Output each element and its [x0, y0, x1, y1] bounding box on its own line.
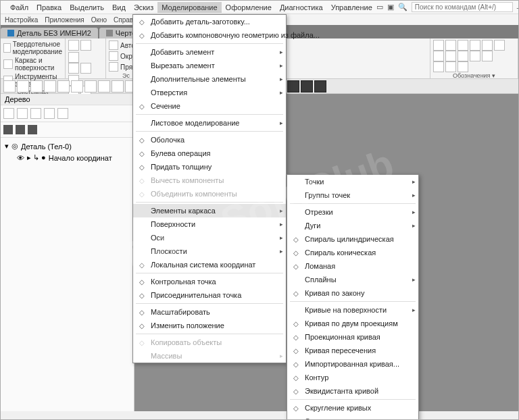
- toolbar-icon[interactable]: [445, 61, 456, 72]
- modeling-menu-item[interactable]: ◇Масштабировать: [133, 305, 286, 319]
- toolbar-icon[interactable]: [482, 40, 493, 51]
- frame-submenu-item[interactable]: ◇Контур: [287, 371, 418, 384]
- frame-submenu-item[interactable]: ◇Соединение кривых: [287, 415, 418, 420]
- toolbar-icon[interactable]: [482, 51, 493, 61]
- modeling-menu-item[interactable]: Отверстия: [133, 86, 286, 99]
- toolbar-button[interactable]: [112, 80, 124, 93]
- menu-вид[interactable]: Вид: [108, 2, 130, 13]
- toolbar-button[interactable]: [30, 80, 43, 93]
- modeling-menu-item[interactable]: ◇Булева операция: [133, 147, 286, 160]
- modeling-menu-item[interactable]: ◇Оболочка: [133, 133, 286, 147]
- command-search-input[interactable]: [412, 2, 513, 12]
- toolbar-button[interactable]: [44, 80, 56, 93]
- submenu-item[interactable]: Настройка: [5, 16, 38, 24]
- tree-toolbar-icon[interactable]: [30, 108, 41, 119]
- modeling-menu-item[interactable]: Элементы каркаса: [133, 204, 286, 217]
- toolbar-button[interactable]: [314, 80, 326, 93]
- toolbar-button[interactable]: [301, 80, 313, 93]
- submenu-item[interactable]: Справ: [114, 16, 133, 24]
- toolbar-icon[interactable]: [494, 40, 505, 51]
- menu-файл[interactable]: Файл: [6, 2, 32, 13]
- modeling-menu-item[interactable]: ◇Добавить компоновочную геометрию из фай…: [133, 28, 286, 42]
- frame-submenu-item[interactable]: ◇Скругление кривых: [287, 401, 418, 415]
- modeling-menu-item[interactable]: Дополнительные элементы: [133, 72, 286, 86]
- filter-icon[interactable]: [3, 125, 13, 134]
- toolbar-icon[interactable]: [458, 40, 468, 51]
- toolbar-icon[interactable]: [445, 51, 456, 61]
- toolbar-icon[interactable]: [80, 40, 91, 51]
- tree-toolbar-icon[interactable]: [57, 108, 68, 119]
- toolbar-icon[interactable]: [470, 51, 480, 61]
- toolbar-icon[interactable]: [458, 61, 468, 72]
- modeling-menu-item[interactable]: ◇Изменить положение: [133, 319, 286, 332]
- filter-icon[interactable]: [28, 125, 37, 134]
- modeling-menu-item[interactable]: Плоскости: [133, 244, 286, 258]
- modeling-menu-item[interactable]: ◇Сечение: [133, 99, 286, 113]
- menu-оформление[interactable]: Оформление: [222, 2, 276, 13]
- frame-submenu-item[interactable]: ◇Спираль коническая: [287, 246, 418, 259]
- toolbar-icon[interactable]: [68, 52, 79, 63]
- frame-submenu-item[interactable]: ◇Спираль цилиндрическая: [287, 232, 418, 246]
- menu-выделить[interactable]: Выделить: [66, 2, 108, 13]
- tree-toolbar-icon[interactable]: [17, 108, 28, 119]
- layout-icon[interactable]: ▭: [376, 3, 383, 11]
- frame-submenu-item[interactable]: ◇Кривая по закону: [287, 286, 418, 300]
- frame-submenu-item[interactable]: ◇Импортированная кривая...: [287, 357, 418, 371]
- frame-submenu-item[interactable]: ◇Проекционная кривая: [287, 330, 418, 344]
- modeling-menu-item[interactable]: Добавить элемент: [133, 45, 286, 59]
- frame-submenu-item[interactable]: Дуги: [287, 219, 418, 232]
- menu-диагностика[interactable]: Диагностика: [276, 2, 327, 13]
- toolbar-icon[interactable]: [433, 40, 444, 51]
- toolbar-icon[interactable]: [433, 51, 444, 61]
- frame-submenu-item[interactable]: Отрезки: [287, 205, 418, 219]
- frame-submenu-item[interactable]: ◇Ломаная: [287, 259, 418, 273]
- menu-управление[interactable]: Управление: [327, 2, 376, 13]
- toolbar-icon[interactable]: [68, 40, 79, 51]
- tree-toolbar-icon[interactable]: [3, 108, 14, 119]
- menu-моделирование[interactable]: Моделирование: [157, 2, 221, 13]
- frame-submenu-item[interactable]: Сплайны: [287, 273, 418, 286]
- toolbar-icon[interactable]: [433, 61, 444, 72]
- ribbon-solid-modeling[interactable]: Твердотельноемоделирование: [3, 40, 62, 56]
- toolbar-icon[interactable]: [470, 40, 480, 51]
- modeling-menu-item[interactable]: ◇Контрольная точка: [133, 275, 286, 288]
- tree-child-item[interactable]: 👁 ▸ ↳ ● Начало координат: [5, 152, 130, 163]
- toolbar-icon[interactable]: [80, 63, 91, 74]
- filter-icon[interactable]: [16, 125, 25, 134]
- frame-submenu-item[interactable]: Кривые на поверхности: [287, 303, 418, 317]
- modeling-menu-item[interactable]: Оси: [133, 231, 286, 244]
- expand-icon[interactable]: ▾: [5, 142, 9, 151]
- toolbar-button[interactable]: [57, 80, 70, 93]
- frame-submenu-item[interactable]: Точки: [287, 175, 418, 188]
- toolbar-icon[interactable]: [458, 51, 468, 61]
- camera-icon[interactable]: ▣: [387, 3, 394, 11]
- submenu-item[interactable]: Приложения: [45, 16, 84, 24]
- tree-root-item[interactable]: ▾ ◎ Деталь (Тел-0): [5, 140, 130, 152]
- submenu-item[interactable]: Окно: [91, 16, 107, 24]
- toolbar-icon[interactable]: [68, 63, 79, 74]
- toolbar-button[interactable]: [17, 80, 29, 93]
- modeling-menu-item[interactable]: ◇Добавить деталь-заготовку...: [133, 15, 286, 28]
- modeling-menu-item[interactable]: Вырезать элемент: [133, 59, 286, 72]
- toolbar-button[interactable]: [98, 80, 110, 93]
- modeling-menu-item[interactable]: Поверхности: [133, 217, 286, 231]
- tree-toolbar-icon[interactable]: [44, 108, 55, 119]
- modeling-menu-item[interactable]: ◇Локальная система координат: [133, 258, 286, 271]
- frame-submenu-item[interactable]: ◇Кривая пересечения: [287, 344, 418, 357]
- modeling-menu-item[interactable]: ◇Присоединительная точка: [133, 288, 286, 302]
- toolbar-button[interactable]: [3, 80, 16, 93]
- modeling-menu-item[interactable]: ◇Придать толщину: [133, 160, 286, 174]
- frame-submenu-item[interactable]: ◇Эквидистанта кривой: [287, 384, 418, 398]
- modeling-menu-item[interactable]: Листовое моделирование: [133, 116, 286, 130]
- toolbar-button[interactable]: [84, 80, 97, 93]
- menu-правка[interactable]: Правка: [32, 2, 66, 13]
- frame-submenu-item[interactable]: ◇Кривая по двум проекциям: [287, 317, 418, 330]
- toolbar-button[interactable]: [287, 80, 299, 93]
- document-tab[interactable]: Деталь БЕЗ ИМЕНИ2: [1, 28, 98, 38]
- toolbar-button[interactable]: [71, 80, 83, 93]
- menu-эскиз[interactable]: Эскиз: [130, 2, 157, 13]
- frame-submenu-item[interactable]: Группы точек: [287, 188, 418, 202]
- toolbar-icon[interactable]: [445, 40, 456, 51]
- visibility-icon[interactable]: 👁: [17, 154, 24, 162]
- ribbon-wireframe-surfaces[interactable]: Каркас иповерхности: [3, 56, 62, 72]
